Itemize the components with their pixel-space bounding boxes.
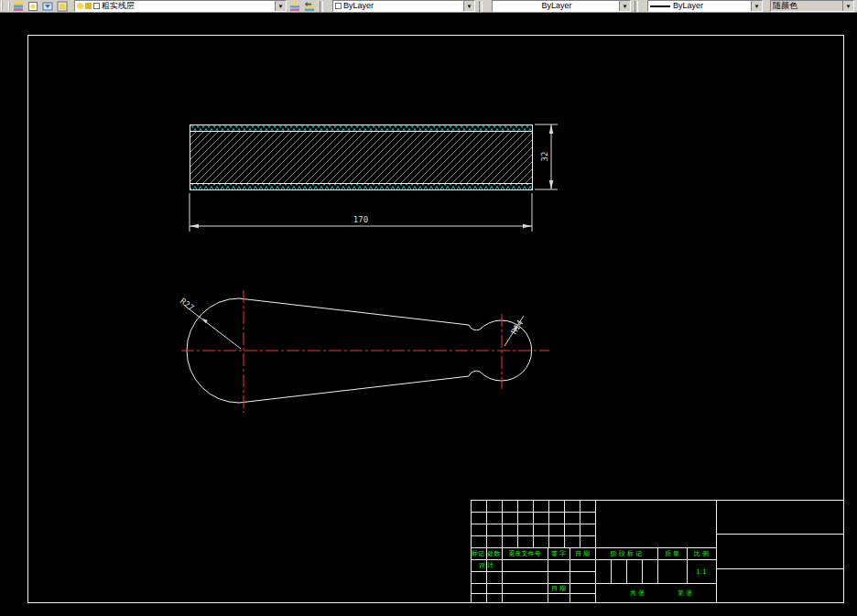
- titleblock-scale-value: 1:1: [696, 568, 706, 576]
- toolbar-separator: [320, 1, 323, 12]
- titleblock-design-label: 设 计: [479, 562, 494, 569]
- titleblock-date-bottom-label: 日 期: [551, 585, 566, 592]
- layer-previous-icon[interactable]: [303, 1, 316, 12]
- layer-combo-value: 粗实线层: [102, 1, 275, 11]
- layer-color-chip: [93, 3, 100, 9]
- color-combo[interactable]: ByLayer ▼: [332, 0, 475, 12]
- layer-thaw-sun-icon: [85, 3, 92, 9]
- lineweight-combo-value: ByLayer: [673, 1, 751, 11]
- lineweight-combo[interactable]: ByLayer ▼: [647, 0, 763, 12]
- toolbar-separator: [479, 1, 483, 12]
- section-view: [190, 124, 532, 189]
- toolbar-separator: [635, 1, 638, 12]
- radius-large-text: R27: [179, 297, 196, 313]
- titleblock-sign-label: 签 字: [551, 550, 566, 557]
- layer-isolate-icon[interactable]: [56, 1, 69, 12]
- make-object-layer-current-icon[interactable]: [288, 1, 301, 12]
- plot-style-combo[interactable]: 随颜色 ▼: [770, 0, 854, 12]
- linetype-combo-value: ByLayer: [494, 1, 619, 11]
- titleblock-total-sheets-label: 共 张: [630, 589, 645, 597]
- chevron-down-icon[interactable]: ▼: [751, 1, 762, 11]
- layer-states-manager-icon[interactable]: [27, 1, 39, 12]
- toolbar-grip[interactable]: [1, 1, 10, 11]
- layer-filter-icon[interactable]: [41, 1, 54, 12]
- drawing-frame: [27, 35, 843, 602]
- layer-combo[interactable]: 粗实线层 ▼: [74, 0, 287, 12]
- radius-small-text: R14: [509, 319, 525, 336]
- color-combo-value: ByLayer: [343, 1, 463, 11]
- titleblock-changedoc-label: 更改文件号: [509, 549, 541, 557]
- chevron-down-icon[interactable]: ▼: [619, 1, 630, 11]
- linetype-combo[interactable]: ByLayer ▼: [492, 0, 631, 12]
- length-dimension: 170: [190, 193, 532, 232]
- titleblock-date-label: 日 期: [575, 550, 590, 557]
- titleblock-mark-label: 标记: [471, 550, 484, 557]
- centerlines: [181, 290, 549, 413]
- lineweight-sample: [650, 5, 670, 7]
- titleblock-count-label: 处数: [487, 550, 501, 557]
- title-block: 标记 处数 更改文件号 签 字 日 期 设 计 日 期 阶 段 标 记 质 量 …: [471, 500, 843, 602]
- titleblock-mass-label: 质 量: [665, 550, 679, 557]
- dim-height-text: 32: [540, 152, 549, 162]
- drawing-canvas[interactable]: 170 32: [0, 13, 857, 616]
- radius-dimensions: R27 R14: [179, 297, 526, 349]
- dim-length-text: 170: [353, 215, 368, 224]
- height-dimension: 32: [535, 124, 558, 189]
- chevron-down-icon[interactable]: ▼: [463, 1, 474, 11]
- layer-on-bulb-icon: [77, 3, 83, 9]
- top-toolbar: 粗实线层 ▼ ByLayer ▼ ByLayer ▼ ByLayer ▼ 随颜色: [0, 0, 857, 13]
- titleblock-scale-label: 比 例: [694, 550, 709, 557]
- chevron-down-icon[interactable]: ▼: [842, 1, 853, 11]
- chevron-down-icon[interactable]: ▼: [275, 1, 286, 11]
- layer-properties-manager-icon[interactable]: [12, 1, 25, 12]
- titleblock-sheet-no-label: 第 张: [678, 589, 692, 597]
- current-color-swatch: [335, 3, 342, 9]
- plot-style-value: 随颜色: [773, 1, 842, 11]
- cad-window: 粗实线层 ▼ ByLayer ▼ ByLayer ▼ ByLayer ▼ 随颜色: [0, 0, 857, 616]
- titleblock-stage-mark-label: 阶 段 标 记: [611, 550, 643, 557]
